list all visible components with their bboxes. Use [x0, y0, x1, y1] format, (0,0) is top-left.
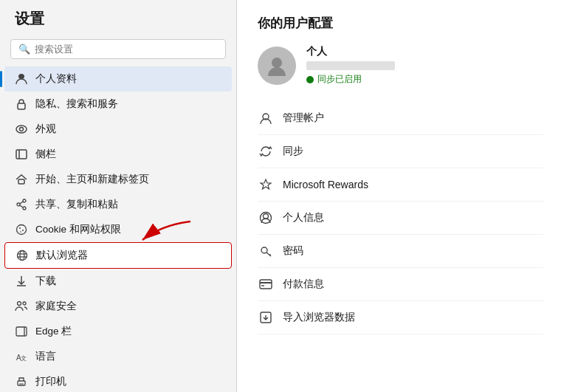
home-icon [15, 173, 28, 186]
svg-rect-28 [19, 383, 24, 385]
sidebar-item-appearance[interactable]: 外观 [4, 117, 232, 142]
eye-icon [15, 123, 28, 136]
key-icon [258, 243, 274, 259]
sidebar-item-default-browser[interactable]: 默认浏览器 [4, 242, 232, 269]
language-icon: A文 [15, 350, 28, 363]
globe-icon [16, 249, 29, 262]
sidebar-item-label: Edge 栏 [35, 325, 72, 338]
sidebar-item-profile[interactable]: 个人资料 [4, 66, 232, 92]
sidebar-item-edge-bar[interactable]: Edge 栏 [4, 319, 232, 344]
sidebar-item-label: 隐私、搜索和服务 [35, 97, 118, 111]
profile-name: 个人 [306, 45, 395, 58]
sync-status: 同步已启用 [306, 73, 395, 86]
sync-icon [258, 143, 274, 159]
svg-rect-6 [18, 179, 24, 184]
main-menu-label: 个人信息 [283, 211, 324, 224]
cookie-icon [15, 223, 28, 236]
svg-point-9 [23, 207, 26, 210]
sidebar-item-cookies[interactable]: Cookie 和网站权限 [4, 217, 232, 242]
section-title: 你的用户配置 [258, 15, 543, 32]
sidebar-item-label: 语言 [35, 350, 56, 363]
sidebar-item-label: 开始、主页和新建标签页 [35, 173, 149, 186]
main-menu-item-payment[interactable]: 付款信息 [258, 268, 543, 301]
import-icon [258, 309, 274, 326]
sidebar-item-label: 共享、复制和粘贴 [35, 198, 118, 211]
sidebar-item-label: 默认浏览器 [36, 249, 88, 262]
main-menu-item-rewards[interactable]: Microsoft Rewards [258, 168, 543, 202]
svg-point-8 [17, 203, 20, 206]
svg-point-17 [20, 251, 24, 261]
download-icon [15, 275, 28, 288]
sidebar-icon [15, 148, 28, 161]
svg-text:文: 文 [21, 355, 27, 362]
main-menu-label: 导入浏览器数据 [283, 311, 355, 324]
page-title: 设置 [0, 0, 236, 35]
sidebar-item-sharing[interactable]: 共享、复制和粘贴 [4, 192, 232, 217]
personal-info-icon [258, 210, 274, 226]
svg-point-7 [23, 199, 26, 202]
svg-point-15 [20, 231, 21, 233]
sidebar: 设置 🔍 个人资料 隐私、搜索和服务 [0, 0, 236, 392]
profile-card: 个人 同步已启用 [258, 45, 543, 86]
main-menu-item-manage-account[interactable]: 管理帐户 [258, 102, 543, 135]
sidebar-item-label: 打印机 [35, 375, 66, 388]
sidebar-item-downloads[interactable]: 下载 [4, 269, 232, 294]
svg-point-16 [18, 251, 27, 261]
sidebar-item-sidebar[interactable]: 侧栏 [4, 142, 232, 167]
main-menu-item-import[interactable]: 导入浏览器数据 [258, 301, 543, 334]
svg-point-12 [17, 225, 27, 235]
svg-rect-23 [16, 327, 27, 336]
svg-point-3 [20, 128, 24, 131]
svg-rect-37 [260, 280, 272, 289]
search-box[interactable]: 🔍 [10, 39, 226, 59]
main-menu-item-password[interactable]: 密码 [258, 235, 543, 268]
svg-point-14 [22, 230, 24, 231]
svg-rect-1 [18, 103, 25, 109]
sidebar-item-label: 侧栏 [35, 148, 56, 161]
sidebar-item-label: Cookie 和网站权限 [35, 223, 121, 236]
main-menu-label: 密码 [283, 244, 303, 258]
search-input[interactable] [35, 44, 218, 55]
rewards-icon [258, 176, 274, 193]
profile-email [306, 61, 395, 70]
sidebar-item-printer[interactable]: 打印机 [4, 369, 232, 392]
avatar [258, 47, 296, 85]
sidebar-item-startup[interactable]: 开始、主页和新建标签页 [4, 167, 232, 192]
svg-point-21 [18, 302, 21, 306]
share-icon [15, 198, 28, 211]
svg-point-36 [261, 247, 267, 253]
main-menu-item-personal-info[interactable]: 个人信息 [258, 202, 543, 235]
sidebar-item-label: 个人资料 [35, 72, 77, 86]
main-menu-label: 付款信息 [283, 278, 324, 291]
sidebar-item-language[interactable]: A文 语言 [4, 344, 232, 369]
main-menu-label: Microsoft Rewards [283, 179, 368, 190]
svg-rect-4 [16, 150, 27, 159]
person-icon [15, 72, 28, 86]
sidebar-item-privacy[interactable]: 隐私、搜索和服务 [4, 92, 232, 117]
search-icon: 🔍 [18, 44, 30, 55]
main-menu-label: 管理帐户 [283, 111, 324, 125]
svg-point-13 [19, 227, 21, 229]
printer-icon [15, 375, 28, 388]
svg-point-22 [23, 302, 26, 305]
main-menu-label: 同步 [283, 145, 303, 158]
lock-icon [15, 97, 28, 111]
svg-rect-0 [18, 74, 24, 79]
sidebar-item-label: 家庭安全 [35, 300, 77, 313]
profile-info: 个人 同步已启用 [306, 45, 395, 86]
main-content: 你的用户配置 个人 同步已启用 [237, 0, 564, 392]
nav-list: 个人资料 隐私、搜索和服务 外观 侧栏 [0, 66, 236, 392]
sidebar-item-family[interactable]: 家庭安全 [4, 294, 232, 319]
edgebar-icon [15, 325, 28, 338]
main-menu-item-sync[interactable]: 同步 [258, 135, 543, 168]
sync-dot [306, 76, 314, 83]
sidebar-item-label: 下载 [35, 275, 56, 288]
svg-point-2 [16, 125, 27, 133]
sync-label: 同步已启用 [317, 73, 362, 86]
svg-line-11 [20, 205, 23, 207]
main-menu-list: 管理帐户 同步 Microsoft Rewards [258, 102, 543, 334]
family-icon [15, 300, 28, 313]
card-icon [258, 276, 274, 292]
svg-point-32 [272, 58, 282, 68]
svg-line-10 [20, 202, 23, 204]
